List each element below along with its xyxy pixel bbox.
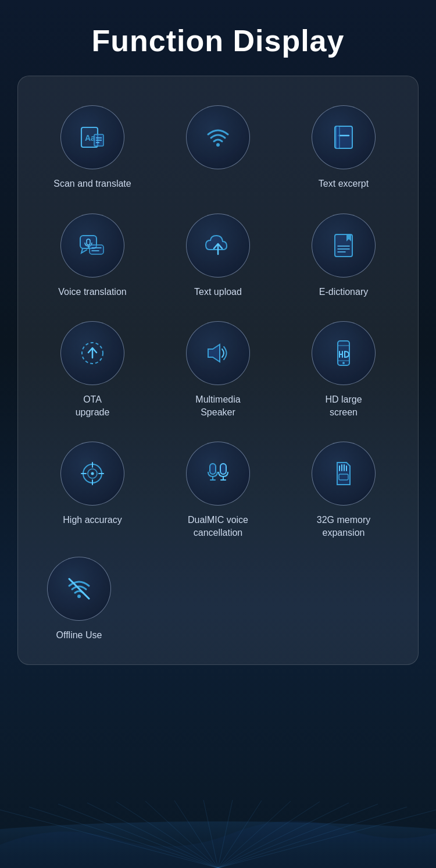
features-card: Aa Scan and translate xyxy=(17,76,419,665)
high-accuracy-label: High accuracy xyxy=(63,514,121,527)
offline-label: Offline Use xyxy=(56,629,102,642)
feature-scan-translate: Aa Scan and translate xyxy=(30,94,155,196)
feature-text-excerpt: Text excerpt xyxy=(281,94,406,196)
feature-dual-mic: DualMIC voice cancellation xyxy=(155,430,281,545)
memory-icon-circle xyxy=(312,442,376,506)
scan-translate-icon-circle: Aa xyxy=(60,105,124,169)
e-dictionary-label: E-dictionary xyxy=(319,286,368,298)
text-upload-icon-circle xyxy=(186,214,250,278)
offline-icon-circle xyxy=(47,557,111,621)
text-upload-label: Text upload xyxy=(194,286,242,298)
svg-point-30 xyxy=(342,362,345,364)
svg-marker-26 xyxy=(208,344,220,362)
bottom-decoration xyxy=(0,798,436,868)
feature-multimedia-speaker: Multimedia Speaker xyxy=(155,310,281,424)
ota-icon-circle xyxy=(60,321,124,385)
svg-point-52 xyxy=(77,595,81,598)
features-grid: Aa Scan and translate xyxy=(30,94,406,545)
text-excerpt-label: Text excerpt xyxy=(319,177,369,190)
feature-memory: 32G memory expansion xyxy=(281,430,406,545)
svg-point-7 xyxy=(216,143,220,147)
multimedia-speaker-icon-circle xyxy=(186,321,250,385)
svg-rect-41 xyxy=(210,464,216,474)
scan-translate-label: Scan and translate xyxy=(53,177,131,190)
feature-hd-screen: HD large screen xyxy=(281,310,406,424)
ota-label: OTA upgrade xyxy=(76,393,110,418)
offline-row: Offline Use xyxy=(30,545,406,648)
memory-label: 32G memory expansion xyxy=(317,514,370,539)
svg-rect-15 xyxy=(90,245,103,254)
feature-e-dictionary: E-dictionary xyxy=(281,202,406,304)
feature-wifi xyxy=(155,94,281,196)
feature-high-accuracy: High accuracy xyxy=(30,430,155,545)
wifi-icon-circle xyxy=(186,105,250,169)
feature-offline: Offline Use xyxy=(41,545,117,648)
svg-rect-11 xyxy=(336,126,339,148)
svg-point-40 xyxy=(91,472,94,475)
feature-ota: OTA upgrade xyxy=(30,310,155,424)
dual-mic-label: DualMIC voice cancellation xyxy=(188,514,248,539)
voice-translation-label: Voice translation xyxy=(58,286,126,298)
multimedia-speaker-label: Multimedia Speaker xyxy=(195,393,240,418)
hd-screen-label: HD large screen xyxy=(325,393,362,418)
voice-translation-icon-circle xyxy=(60,214,124,278)
feature-text-upload: Text upload xyxy=(155,202,281,304)
dual-mic-icon-circle xyxy=(186,442,250,506)
page-title: Function Display xyxy=(0,0,436,76)
svg-rect-44 xyxy=(220,464,226,474)
high-accuracy-icon-circle xyxy=(60,442,124,506)
e-dictionary-icon-circle xyxy=(312,214,376,278)
feature-voice-translation: Voice translation xyxy=(30,202,155,304)
hd-screen-icon-circle xyxy=(312,321,376,385)
text-excerpt-icon-circle xyxy=(312,105,376,169)
